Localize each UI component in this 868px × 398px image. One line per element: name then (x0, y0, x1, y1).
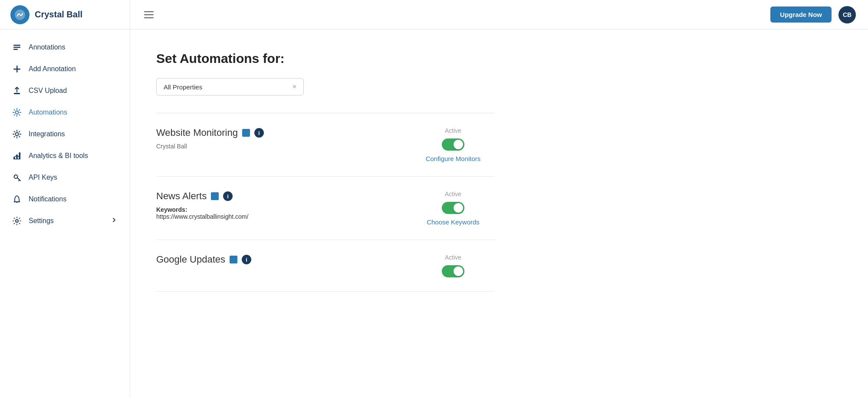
sidebar-item-notifications[interactable]: Notifications (0, 188, 130, 210)
svg-rect-3 (13, 49, 18, 50)
chart-icon (12, 151, 22, 161)
sidebar-item-add-annotation-label: Add Annotation (29, 65, 76, 73)
app-title: Crystal Ball (35, 10, 82, 20)
sidebar-header: Crystal Ball (0, 0, 130, 30)
card-title-row-google-updates: Google Updates i (156, 254, 418, 265)
content-area: Set Automations for: All Properties × We… (130, 30, 868, 398)
sidebar-nav: Annotations Add Annotation CSV Upload Au… (0, 30, 130, 398)
property-selector-value: All Properties (164, 83, 202, 91)
active-label-google-updates: Active (445, 254, 461, 261)
automation-title-google-updates: Google Updates (156, 254, 225, 265)
svg-point-8 (16, 133, 19, 136)
svg-rect-2 (13, 47, 20, 48)
bell-icon (12, 194, 22, 204)
card-right-news-alerts: Active Choose Keywords (418, 191, 488, 226)
choose-keywords-link[interactable]: Choose Keywords (427, 218, 480, 226)
automation-card-news-alerts: News Alerts i Keywords: https://www.crys… (156, 176, 495, 240)
settings-icon (12, 216, 22, 226)
page-title: Set Automations for: (156, 51, 842, 66)
info-icon-website-monitoring[interactable]: i (254, 128, 264, 138)
active-label-website-monitoring: Active (445, 127, 461, 134)
sidebar-item-automations-label: Automations (29, 109, 67, 116)
automation-title-website-monitoring: Website Monitoring (156, 127, 238, 138)
sidebar-item-csv-upload[interactable]: CSV Upload (0, 80, 130, 102)
toggle-website-monitoring[interactable] (442, 138, 464, 151)
sidebar-item-add-annotation[interactable]: Add Annotation (0, 58, 130, 80)
app-logo[interactable] (10, 5, 30, 24)
sidebar-item-notifications-label: Notifications (29, 195, 66, 203)
info-icon-news-alerts[interactable]: i (223, 191, 233, 201)
info-icon-google-updates[interactable]: i (242, 255, 251, 264)
card-title-row-website-monitoring: Website Monitoring i (156, 127, 418, 138)
automation-card-google-updates: Google Updates i Active (156, 240, 495, 292)
sidebar-item-annotations[interactable]: Annotations (0, 36, 130, 58)
topbar: Upgrade Now CB (130, 0, 868, 30)
clear-icon[interactable]: × (293, 83, 296, 91)
property-selector[interactable]: All Properties × (156, 78, 304, 95)
chevron-right-icon (111, 217, 118, 225)
keywords-label: Keywords: (156, 206, 187, 213)
toggle-google-updates[interactable] (442, 265, 464, 277)
card-left-google-updates: Google Updates i (156, 254, 418, 270)
sidebar-item-automations[interactable]: Automations (0, 102, 130, 123)
sidebar-item-csv-upload-label: CSV Upload (29, 87, 67, 95)
svg-rect-5 (13, 69, 20, 70)
sidebar-item-api-keys-label: API Keys (29, 174, 57, 181)
automation-subtitle-website-monitoring: Crystal Ball (156, 143, 418, 150)
sidebar-item-settings[interactable]: Settings (0, 210, 130, 232)
key-icon (12, 173, 22, 182)
card-left-website-monitoring: Website Monitoring i Crystal Ball (156, 127, 418, 150)
card-right-website-monitoring: Active Configure Monitors (418, 127, 488, 162)
main-area: Upgrade Now CB Set Automations for: All … (130, 0, 868, 398)
upgrade-button[interactable]: Upgrade Now (770, 7, 832, 23)
user-avatar[interactable]: CB (838, 6, 856, 23)
svg-point-7 (16, 111, 19, 114)
upload-icon (12, 86, 22, 95)
hamburger-menu[interactable] (142, 10, 155, 20)
sidebar-item-analytics-label: Analytics & BI tools (29, 152, 88, 160)
automation-keywords-news-alerts: Keywords: https://www.crystalballinsight… (156, 206, 418, 220)
automation-card-website-monitoring: Website Monitoring i Crystal Ball Active… (156, 113, 495, 176)
automation-title-news-alerts: News Alerts (156, 191, 207, 202)
list-icon (12, 43, 22, 52)
gear-sparkle-icon (12, 108, 22, 117)
sidebar-item-analytics[interactable]: Analytics & BI tools (0, 145, 130, 167)
gear-icon (12, 129, 22, 139)
toggle-news-alerts[interactable] (442, 202, 464, 214)
configure-monitors-link[interactable]: Configure Monitors (426, 155, 481, 162)
plus-icon (12, 64, 22, 74)
svg-point-13 (16, 220, 18, 222)
color-box-google-updates (230, 256, 237, 263)
color-box-news-alerts (211, 192, 219, 200)
active-label-news-alerts: Active (445, 191, 461, 197)
sidebar-item-integrations[interactable]: Integrations (0, 123, 130, 145)
svg-rect-6 (14, 93, 20, 94)
color-box-website-monitoring (242, 129, 250, 137)
keywords-value: https://www.crystalballinsight.com/ (156, 213, 248, 220)
sidebar-item-api-keys[interactable]: API Keys (0, 167, 130, 188)
sidebar-item-settings-label: Settings (29, 217, 54, 225)
card-right-google-updates: Active (418, 254, 488, 277)
card-left-news-alerts: News Alerts i Keywords: https://www.crys… (156, 191, 418, 220)
card-title-row-news-alerts: News Alerts i (156, 191, 418, 202)
topbar-right: Upgrade Now CB (770, 6, 856, 23)
svg-rect-1 (13, 45, 20, 46)
sidebar-item-integrations-label: Integrations (29, 130, 65, 138)
sidebar: Crystal Ball Annotations Add Annotation … (0, 0, 130, 398)
sidebar-item-annotations-label: Annotations (29, 43, 66, 51)
